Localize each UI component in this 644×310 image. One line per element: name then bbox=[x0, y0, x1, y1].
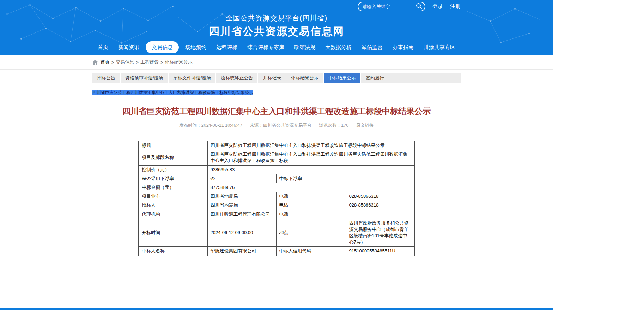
search-icon bbox=[416, 3, 422, 10]
table-label-cell: 招标人 bbox=[139, 201, 207, 210]
tab[interactable]: 资格预审补遗/澄清 bbox=[121, 73, 169, 83]
table-label-cell: 项目及标段名称 bbox=[139, 150, 207, 165]
table-value-cell: 四川省巨灾防范工程四川数据汇集中心主入口和排洪渠工程改造施工标段中标结果公示 bbox=[207, 141, 415, 150]
view-count: 浏览次数：170 bbox=[319, 123, 348, 128]
table-value-cell: 中标人信用代码 bbox=[276, 247, 346, 256]
breadcrumb-item[interactable]: 交易信息 bbox=[116, 59, 134, 65]
table-row: 招标人四川省地震局电话028-85866318 bbox=[139, 201, 415, 210]
nav-item[interactable]: 大数据分析 bbox=[322, 41, 355, 53]
article-meta: 发布时间：2024-06-21 10:46:47 来源：四川省公共资源交易平台 … bbox=[92, 123, 461, 129]
table-label-cell: 中标人名称 bbox=[139, 247, 207, 256]
nav-item[interactable]: 政策法规 bbox=[291, 41, 319, 53]
nav-item[interactable]: 交易信息 bbox=[146, 41, 179, 53]
table-row: 标题四川省巨灾防范工程四川数据汇集中心主入口和排洪渠工程改造施工标段中标结果公示 bbox=[139, 141, 415, 150]
site-header: 登录 注册 全国公共资源交易平台(四川省) 四川省公共资源交易信息网 首页新闻资… bbox=[0, 0, 553, 55]
header-titles: 全国公共资源交易平台(四川省) 四川省公共资源交易信息网 bbox=[0, 0, 553, 39]
tab[interactable]: 开标记录 bbox=[258, 73, 286, 83]
tab[interactable]: 招标文件补遗/澄清 bbox=[169, 73, 217, 83]
table-value-cell: 四川佳昕源工程管理有限公司 bbox=[207, 210, 276, 219]
table-value-cell: 地点 bbox=[276, 219, 346, 247]
table-value-cell: 2024-06-12 09:00:00 bbox=[207, 219, 276, 247]
nav-item[interactable]: 远程评标 bbox=[213, 41, 241, 53]
publish-time: 发布时间：2024-06-21 10:46:47 bbox=[179, 123, 242, 128]
table-value-cell: 028-85866318 bbox=[346, 201, 415, 210]
tab[interactable]: 招标公告 bbox=[92, 73, 121, 83]
table-value-cell: 91510000553485511U bbox=[346, 247, 415, 256]
breadcrumb-separator: > bbox=[111, 60, 114, 65]
result-table-body: 标题四川省巨灾防范工程四川数据汇集中心主入口和排洪渠工程改造施工标段中标结果公示… bbox=[139, 141, 415, 256]
main-nav: 首页新闻资讯交易信息场地预约远程评标综合评标专家库政策法规大数据分析诚信监督办事… bbox=[0, 41, 553, 53]
table-label-cell: 项目业主 bbox=[139, 192, 207, 201]
table-value-cell: 四川省巨灾防范工程四川数据汇集中心主入口和排洪渠工程改造四川省巨灾防范工程四川数… bbox=[207, 150, 415, 165]
article-title: 四川省巨灾防范工程四川数据汇集中心主入口和排洪渠工程改造施工标段中标结果公示 bbox=[92, 106, 461, 117]
table-row: 开标时间2024-06-12 09:00:00地点四川省政府政务服务和公共资源交… bbox=[139, 219, 415, 247]
tab[interactable]: 流标或终止公告 bbox=[216, 73, 258, 83]
table-row: 项目及标段名称四川省巨灾防范工程四川数据汇集中心主入口和排洪渠工程改造四川省巨灾… bbox=[139, 150, 415, 165]
table-row: 项目业主四川省地震局电话028-85866318 bbox=[139, 192, 415, 201]
original-link[interactable]: 原文链接 bbox=[356, 123, 374, 128]
table-value-cell: 电话 bbox=[276, 201, 346, 210]
nav-item[interactable]: 川渝共享专区 bbox=[420, 41, 459, 53]
breadcrumb-item[interactable]: 工程建设 bbox=[140, 59, 159, 65]
table-value-cell: 9286655.83 bbox=[207, 165, 415, 174]
nav-item[interactable]: 诚信监督 bbox=[358, 41, 386, 53]
search-button[interactable] bbox=[416, 3, 422, 10]
selected-result-link[interactable]: 四川省巨灾防范工程四川数据汇集中心主入口和排洪渠工程改造施工标段中标结果公示 bbox=[92, 90, 253, 95]
table-label-cell: 中标金额（元） bbox=[139, 183, 207, 192]
table-label-cell: 控制价（元） bbox=[139, 165, 207, 174]
table-row: 是否采用下浮率否中标下浮率 bbox=[139, 174, 415, 183]
page: 登录 注册 全国公共资源交易平台(四川省) 四川省公共资源交易信息网 首页新闻资… bbox=[0, 0, 553, 310]
breadcrumb: 首页 >交易信息>工程建设>评标结果公示 bbox=[92, 59, 193, 65]
nav-item[interactable]: 场地预约 bbox=[182, 41, 210, 53]
site-title: 四川省公共资源交易信息网 bbox=[0, 24, 553, 39]
table-value-cell: 四川省政府政务服务和公共资源交易服务中心（成都市青羊区鼓楼南街101号丰德成达中… bbox=[346, 219, 415, 247]
table-value-cell: 8775889.76 bbox=[207, 183, 415, 192]
nav-item[interactable]: 首页 bbox=[94, 41, 112, 53]
table-value-cell: 四川省地震局 bbox=[207, 201, 276, 210]
breadcrumb-bar: 首页 >交易信息>工程建设>评标结果公示 bbox=[0, 55, 553, 70]
breadcrumb-home[interactable]: 首页 bbox=[101, 59, 110, 65]
search-input[interactable] bbox=[363, 4, 413, 9]
table-value-cell: 四川省地震局 bbox=[207, 192, 276, 201]
table-label-cell: 是否采用下浮率 bbox=[139, 174, 207, 183]
table-value-cell bbox=[346, 174, 415, 183]
content-container: 招标公告资格预审补遗/澄清招标文件补遗/澄清流标或终止公告开标记录评标结果公示中… bbox=[92, 73, 461, 256]
table-value-cell: 电话 bbox=[276, 210, 346, 219]
platform-title: 全国公共资源交易平台(四川省) bbox=[0, 13, 553, 23]
breadcrumb-item[interactable]: 评标结果公示 bbox=[165, 59, 193, 65]
breadcrumb-separator: > bbox=[136, 60, 139, 65]
register-link[interactable]: 注册 bbox=[450, 3, 461, 10]
tab[interactable]: 签约履行 bbox=[361, 73, 389, 83]
category-tabs: 招标公告资格预审补遗/澄清招标文件补遗/澄清流标或终止公告开标记录评标结果公示中… bbox=[92, 73, 461, 83]
table-row: 代理机构四川佳昕源工程管理有限公司电话 bbox=[139, 210, 415, 219]
viewport: 登录 注册 全国公共资源交易平台(四川省) 四川省公共资源交易信息网 首页新闻资… bbox=[0, 0, 644, 310]
table-row: 中标金额（元）8775889.76 bbox=[139, 183, 415, 192]
table-value-cell: 028-85866318 bbox=[346, 192, 415, 201]
table-label-cell: 标题 bbox=[139, 141, 207, 150]
nav-item[interactable]: 办事指南 bbox=[389, 41, 417, 53]
home-icon bbox=[92, 60, 98, 65]
table-value-cell: 电话 bbox=[276, 192, 346, 201]
source: 来源：四川省公共资源交易平台 bbox=[250, 123, 311, 128]
tab[interactable]: 中标结果公示 bbox=[324, 73, 361, 83]
footer-bar bbox=[0, 308, 553, 310]
tab[interactable]: 评标结果公示 bbox=[286, 73, 324, 83]
table-value-cell: 中标下浮率 bbox=[276, 174, 346, 183]
nav-item[interactable]: 新闻资讯 bbox=[115, 41, 143, 53]
breadcrumb-trail: >交易信息>工程建设>评标结果公示 bbox=[111, 59, 193, 65]
result-table: 标题四川省巨灾防范工程四川数据汇集中心主入口和排洪渠工程改造施工标段中标结果公示… bbox=[138, 141, 415, 256]
breadcrumb-separator: > bbox=[160, 60, 163, 65]
nav-item[interactable]: 综合评标专家库 bbox=[244, 41, 288, 53]
table-value-cell: 华质建设集团有限公司 bbox=[207, 247, 276, 256]
login-link[interactable]: 登录 bbox=[432, 3, 443, 10]
header-top-bar: 登录 注册 bbox=[358, 2, 461, 11]
table-label-cell: 开标时间 bbox=[139, 219, 207, 247]
table-value-cell: 否 bbox=[207, 174, 276, 183]
search-box[interactable] bbox=[358, 2, 425, 11]
table-row: 中标人名称华质建设集团有限公司中标人信用代码91510000553485511U bbox=[139, 247, 415, 256]
table-value-cell bbox=[346, 210, 415, 219]
table-label-cell: 代理机构 bbox=[139, 210, 207, 219]
table-row: 控制价（元）9286655.83 bbox=[139, 165, 415, 174]
